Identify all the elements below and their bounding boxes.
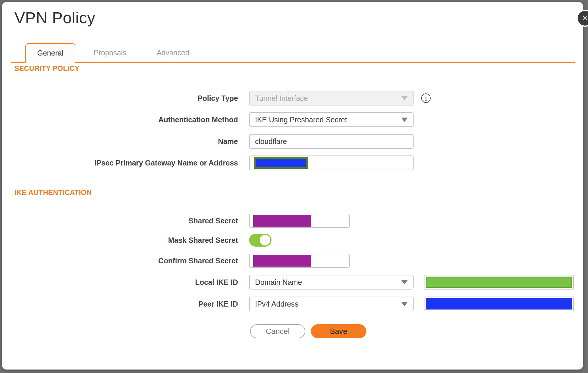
tab-advanced[interactable]: Advanced <box>145 43 201 62</box>
mask-shared-secret-label: Mask Shared Secret <box>2 236 238 245</box>
local-ike-id-input[interactable] <box>424 275 574 290</box>
vpn-policy-dialog: ✕ VPN Policy General Proposals Advanced … <box>2 2 583 370</box>
policy-type-select: Tunnel Interface <box>249 91 414 106</box>
name-input[interactable]: cloudflare <box>249 134 414 149</box>
shared-secret-input[interactable] <box>249 214 350 228</box>
peer-ike-id-redaction <box>426 298 572 310</box>
tab-proposals[interactable]: Proposals <box>75 43 145 62</box>
mask-shared-secret-row: Mask Shared Secret <box>2 234 271 247</box>
confirm-shared-secret-label: Confirm Shared Secret <box>2 257 238 265</box>
tab-advanced-label: Advanced <box>156 48 189 57</box>
name-row: Name cloudflare <box>2 134 414 149</box>
peer-ike-id-label: Peer IKE ID <box>2 300 238 308</box>
shared-secret-label: Shared Secret <box>2 217 238 225</box>
name-label: Name <box>2 137 238 146</box>
tab-general-label: General <box>37 49 64 57</box>
ike-authentication-heading: IKE AUTHENTICATION <box>14 188 92 197</box>
chevron-down-icon <box>401 96 408 101</box>
shared-secret-redaction <box>253 215 311 227</box>
chevron-down-icon <box>401 280 408 285</box>
confirm-shared-secret-row: Confirm Shared Secret <box>2 254 350 268</box>
peer-ike-id-input[interactable] <box>424 297 574 311</box>
local-ike-id-label: Local IKE ID <box>2 278 238 287</box>
gateway-row: IPsec Primary Gateway Name or Address <box>2 155 414 170</box>
close-icon[interactable]: ✕ <box>577 10 588 27</box>
save-button-label: Save <box>330 327 347 336</box>
auth-method-label: Authentication Method <box>2 116 238 124</box>
tab-proposals-label: Proposals <box>94 48 126 57</box>
auth-method-select[interactable]: IKE Using Preshared Secret <box>249 112 414 127</box>
auth-method-row: Authentication Method IKE Using Preshare… <box>2 112 414 127</box>
policy-type-row: Policy Type Tunnel Interface i <box>2 91 431 106</box>
toggle-knob <box>260 235 270 245</box>
chevron-down-icon <box>401 302 408 306</box>
tab-general[interactable]: General <box>25 43 75 63</box>
security-policy-heading: SECURITY POLICY <box>14 64 79 73</box>
local-ike-id-value: Domain Name <box>255 278 302 287</box>
policy-type-label: Policy Type <box>2 94 238 103</box>
chevron-down-icon <box>401 118 408 122</box>
local-ike-id-select[interactable]: Domain Name <box>249 275 414 290</box>
gateway-label: IPsec Primary Gateway Name or Address <box>2 159 238 167</box>
confirm-shared-secret-input[interactable] <box>249 254 350 268</box>
cancel-button-label: Cancel <box>266 327 290 336</box>
tab-bar: General Proposals Advanced <box>11 43 575 63</box>
gateway-input[interactable] <box>249 155 414 170</box>
close-glyph: ✕ <box>581 13 588 23</box>
peer-ike-id-select[interactable]: IPv4 Address <box>249 297 414 311</box>
auth-method-value: IKE Using Preshared Secret <box>255 116 347 124</box>
cancel-button[interactable]: Cancel <box>250 324 305 338</box>
gateway-redaction <box>254 157 308 169</box>
peer-ike-id-row: Peer IKE ID IPv4 Address <box>2 297 574 311</box>
peer-ike-id-value: IPv4 Address <box>255 300 298 308</box>
name-value: cloudflare <box>255 137 287 146</box>
mask-shared-secret-toggle[interactable] <box>249 234 271 247</box>
policy-type-value: Tunnel Interface <box>255 94 308 103</box>
shared-secret-row: Shared Secret <box>2 214 350 228</box>
local-ike-id-row: Local IKE ID Domain Name <box>2 275 574 290</box>
page-title: VPN Policy <box>14 9 95 27</box>
local-ike-id-redaction <box>426 277 572 288</box>
save-button[interactable]: Save <box>311 324 366 338</box>
confirm-shared-secret-redaction <box>253 255 311 267</box>
info-icon[interactable]: i <box>421 93 431 103</box>
